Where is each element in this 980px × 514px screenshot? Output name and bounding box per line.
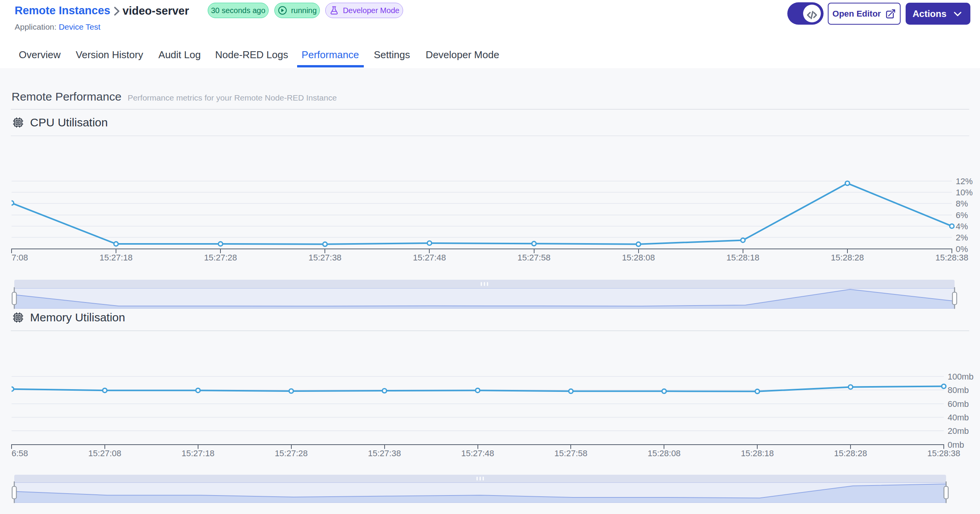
svg-text:60mb: 60mb [948, 399, 969, 409]
svg-text:15:28:18: 15:28:18 [726, 253, 760, 262]
svg-text:20mb: 20mb [948, 426, 969, 436]
svg-text:15:27:08: 15:27:08 [88, 448, 121, 458]
svg-text:0mb: 0mb [948, 440, 964, 450]
svg-text:40mb: 40mb [948, 413, 969, 422]
svg-text:15:27:58: 15:27:58 [518, 253, 551, 262]
svg-text:8%: 8% [956, 199, 968, 208]
svg-text:15:27:38: 15:27:38 [368, 448, 401, 458]
svg-text:2%: 2% [956, 233, 968, 242]
svg-text:15:27:48: 15:27:48 [461, 448, 494, 458]
svg-text:15:28:38: 15:28:38 [935, 253, 968, 262]
svg-text:15:28:38: 15:28:38 [927, 448, 960, 458]
svg-text:10%: 10% [956, 188, 973, 197]
svg-text:15:27:18: 15:27:18 [182, 448, 215, 458]
svg-text:80mb: 80mb [948, 385, 969, 395]
svg-text:15:28:08: 15:28:08 [622, 253, 655, 262]
svg-text:15:27:48: 15:27:48 [413, 253, 446, 262]
svg-text:15:28:08: 15:28:08 [647, 448, 681, 458]
svg-text:6:58: 6:58 [12, 448, 28, 458]
svg-text:7:08: 7:08 [12, 253, 28, 262]
svg-text:100mb: 100mb [948, 372, 973, 381]
svg-text:15:27:38: 15:27:38 [308, 253, 341, 262]
svg-text:15:27:28: 15:27:28 [275, 448, 308, 458]
svg-text:6%: 6% [956, 210, 968, 220]
svg-text:12%: 12% [956, 176, 973, 186]
svg-text:0%: 0% [956, 244, 968, 254]
svg-text:15:27:18: 15:27:18 [99, 253, 133, 262]
svg-text:15:28:28: 15:28:28 [834, 448, 867, 458]
svg-text:4%: 4% [956, 222, 968, 231]
svg-text:15:28:18: 15:28:18 [741, 448, 774, 458]
svg-text:15:27:58: 15:27:58 [555, 448, 588, 458]
svg-text:15:27:28: 15:27:28 [204, 253, 237, 262]
svg-text:15:28:28: 15:28:28 [831, 253, 864, 262]
